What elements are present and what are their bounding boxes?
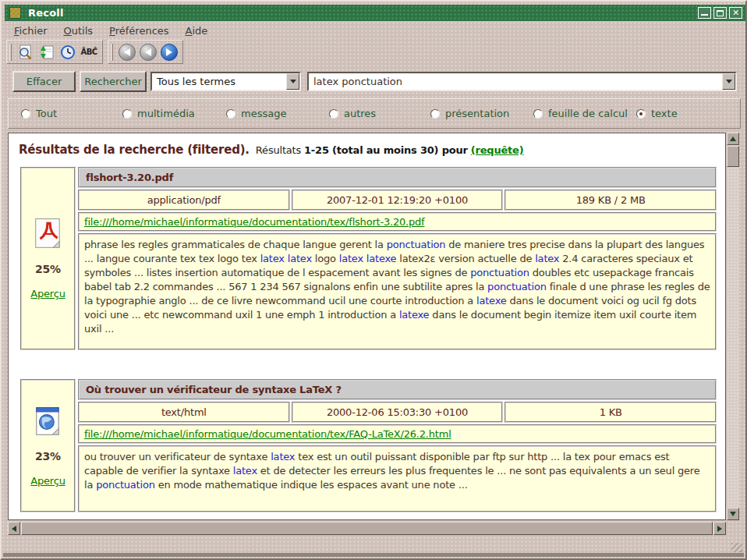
result-url-link[interactable]: file:///home/michael/informatique/docume… [84, 216, 425, 228]
result-url-link[interactable]: file:///home/michael/informatique/docume… [84, 428, 451, 440]
maximize-button[interactable] [713, 7, 727, 19]
update-index-button[interactable] [37, 42, 57, 62]
result-side-panel: 25% Aperçu [20, 167, 76, 350]
radio-icon [329, 109, 338, 119]
radio-icon [533, 109, 543, 119]
filter-radio-tout[interactable]: Tout [21, 108, 57, 119]
clear-button[interactable]: Effacer [12, 71, 76, 92]
maximize-icon [717, 10, 724, 16]
result-detail-table: flshort-3.20.pdf application/pdf 2007-12… [78, 167, 717, 350]
preview-link[interactable]: Aperçu [30, 475, 65, 487]
menu-fichier[interactable]: Fichier [14, 25, 48, 37]
preview-document-button[interactable] [16, 42, 36, 62]
recoll-window: Recoll ✕ Fichier Outils Préférences Aide [0, 0, 747, 560]
radio-icon [21, 109, 30, 119]
recoll-app-icon [9, 7, 21, 19]
results-header: Résultats de la recherche (filtered).Rés… [19, 142, 717, 157]
menu-outils[interactable]: Outils [64, 25, 94, 37]
scroll-right-button[interactable] [713, 522, 726, 535]
toolbar-group-tools: ÂBĈ [6, 40, 103, 64]
minimize-icon [701, 13, 708, 16]
filter-radio-texte[interactable]: texte [636, 108, 678, 119]
close-button[interactable]: ✕ [729, 7, 742, 19]
chevron-down-icon [726, 80, 732, 83]
result-item: 25% Aperçu flshort-3.20.pdf application/… [20, 167, 717, 350]
result-snippet: ou trouver un verificateur de syntaxe la… [78, 445, 717, 512]
forward-arrow-icon [161, 44, 178, 61]
menubar: Fichier Outils Préférences Aide [5, 23, 745, 39]
search-mode-value: Tous les termes [152, 76, 286, 87]
window-bottom-edge [3, 553, 744, 557]
index-update-icon [38, 44, 55, 61]
search-mode-dropdown-button[interactable] [286, 73, 299, 90]
filter-radio-message[interactable]: message [226, 108, 286, 119]
horizontal-scrollbar[interactable] [8, 522, 726, 535]
relevance-percent: 25% [35, 263, 61, 275]
history-clock-icon [59, 44, 76, 61]
search-query-input[interactable] [309, 76, 722, 87]
window-title: Recoll [28, 7, 64, 19]
html-document-icon [34, 405, 62, 438]
arrow-right-icon [717, 526, 722, 532]
result-size: 189 KB / 2 MB [504, 190, 717, 211]
close-icon: ✕ [732, 9, 739, 17]
filter-radio-multimedia[interactable]: multimédia [122, 108, 195, 119]
toolbar-handle[interactable] [111, 44, 113, 61]
radio-icon [430, 109, 440, 119]
term-explorer-abc-icon: ÂBĈ [80, 48, 97, 56]
results-title: Résultats de la recherche (filtered). [19, 143, 250, 157]
horizontal-scrollbar-thumb[interactable] [21, 522, 713, 535]
result-mime-type: text/html [78, 402, 290, 423]
result-date: 2007-12-01 12:19:20 +0100 [292, 190, 504, 211]
pdf-document-icon [34, 218, 62, 250]
term-explorer-button[interactable]: ÂBĈ [79, 42, 99, 62]
back-arrow-icon [140, 44, 157, 61]
result-side-panel: 23% Aperçu [20, 379, 76, 512]
first-page-button[interactable] [117, 42, 137, 62]
menu-aide[interactable]: Aide [186, 25, 208, 37]
previous-page-button[interactable] [138, 42, 158, 62]
arrow-up-icon [730, 136, 736, 141]
scroll-down-button[interactable] [727, 508, 739, 520]
filter-radio-autres[interactable]: autres [329, 108, 376, 119]
result-snippet: phrase les regles grammaticales de chaqu… [78, 233, 717, 350]
result-detail-table: Où trouver un vérificateur de syntaxe La… [78, 379, 717, 512]
resize-grip[interactable] [731, 543, 742, 552]
result-filename: flshort-3.20.pdf [78, 167, 717, 188]
radio-icon [226, 109, 235, 119]
relevance-percent: 23% [35, 450, 61, 463]
preview-link[interactable]: Aperçu [30, 288, 65, 299]
back-arrow-icon [119, 44, 136, 61]
query-history-dropdown-button[interactable] [722, 73, 735, 90]
scroll-left-button[interactable] [8, 522, 20, 535]
search-mode-combobox[interactable]: Tous les termes [150, 72, 301, 91]
menu-preferences[interactable]: Préférences [109, 25, 168, 37]
result-list-area: Résultats de la recherche (filtered).Rés… [8, 133, 726, 520]
arrow-down-icon [730, 512, 736, 516]
toolbar-group-navigation [108, 40, 183, 64]
document-magnifier-icon [17, 44, 34, 61]
vertical-scrollbar-thumb[interactable] [727, 146, 739, 167]
filter-radio-presentation[interactable]: présentation [430, 108, 509, 119]
radio-icon [636, 109, 646, 119]
search-button[interactable]: Rechercher [80, 71, 147, 92]
next-page-button[interactable] [159, 42, 179, 62]
result-size: 1 KB [504, 402, 717, 423]
query-details-link[interactable]: (requête) [471, 144, 524, 156]
query-combobox [307, 72, 737, 91]
titlebar[interactable]: Recoll ✕ [5, 5, 745, 21]
category-filter-panel: Tout multimédia message autres présentat… [8, 98, 741, 129]
minimize-button[interactable] [698, 7, 711, 19]
toolbar-handle[interactable] [9, 44, 12, 61]
result-item: 23% Aperçu Où trouver un vérificateur de… [20, 379, 717, 512]
result-date: 2000-12-06 15:03:30 +0100 [292, 402, 504, 423]
result-filename: Où trouver un vérificateur de syntaxe La… [78, 379, 717, 400]
filter-radio-feuille-de-calcul[interactable]: feuille de calcul [533, 108, 628, 119]
vertical-scrollbar[interactable] [727, 133, 739, 520]
radio-icon [122, 109, 132, 119]
result-mime-type: application/pdf [78, 190, 290, 211]
arrow-left-icon [12, 526, 16, 532]
toolbar: ÂBĈ [6, 40, 183, 64]
history-button[interactable] [58, 42, 78, 62]
scroll-up-button[interactable] [727, 133, 739, 145]
